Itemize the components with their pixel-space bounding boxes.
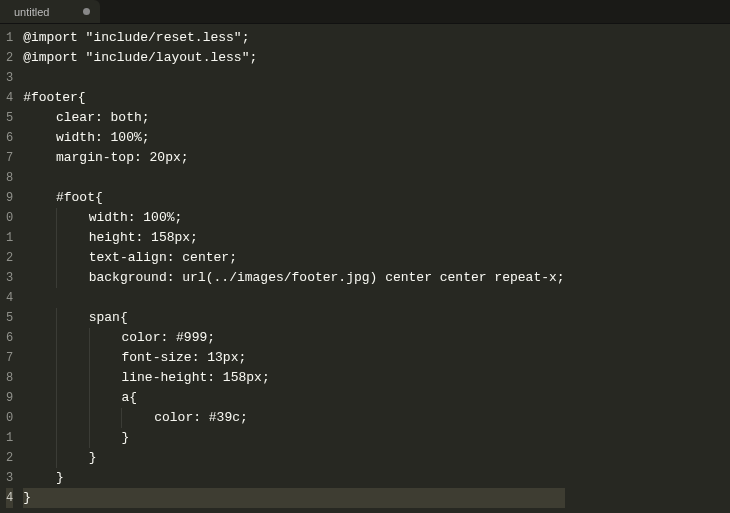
code-line: clear: both; — [23, 108, 564, 128]
line-number: 1 — [6, 428, 13, 448]
line-number: 9 — [6, 188, 13, 208]
line-number: 4 — [6, 288, 13, 308]
line-number: 2 — [6, 448, 13, 468]
dirty-indicator-icon — [83, 8, 90, 15]
code-line: a{ — [23, 388, 564, 408]
line-number: 6 — [6, 328, 13, 348]
code-line: line-height: 158px; — [23, 368, 564, 388]
line-number: 0 — [6, 208, 13, 228]
code-line — [23, 288, 564, 308]
code-line: } — [23, 448, 564, 468]
line-number: 1 — [6, 228, 13, 248]
code-line: } — [23, 468, 564, 488]
line-number: 1 — [6, 28, 13, 48]
code-line — [23, 68, 564, 88]
code-line: span{ — [23, 308, 564, 328]
code-line: } — [23, 428, 564, 448]
line-number: 2 — [6, 48, 13, 68]
line-number: 3 — [6, 268, 13, 288]
line-number: 2 — [6, 248, 13, 268]
line-number: 4 — [6, 488, 13, 508]
line-number: 6 — [6, 128, 13, 148]
code-line: background: url(../images/footer.jpg) ce… — [23, 268, 564, 288]
code-line: } — [23, 488, 564, 508]
editor: 123456789012345678901234 @import "includ… — [0, 24, 730, 513]
line-gutter: 123456789012345678901234 — [0, 24, 23, 513]
tab-title: untitled — [14, 6, 49, 18]
line-number: 7 — [6, 348, 13, 368]
line-number: 3 — [6, 468, 13, 488]
line-number: 3 — [6, 68, 13, 88]
code-line: margin-top: 20px; — [23, 148, 564, 168]
code-line: color: #39c; — [23, 408, 564, 428]
line-number: 9 — [6, 388, 13, 408]
code-line: @import "include/reset.less"; — [23, 28, 564, 48]
code-area[interactable]: @import "include/reset.less";@import "in… — [23, 24, 564, 513]
tab-bar: untitled — [0, 0, 730, 24]
line-number: 0 — [6, 408, 13, 428]
line-number: 5 — [6, 108, 13, 128]
file-tab[interactable]: untitled — [0, 0, 100, 23]
line-number: 4 — [6, 88, 13, 108]
line-number: 7 — [6, 148, 13, 168]
code-line — [23, 168, 564, 188]
code-line: #foot{ — [23, 188, 564, 208]
line-number: 5 — [6, 308, 13, 328]
code-line: font-size: 13px; — [23, 348, 564, 368]
code-line: #footer{ — [23, 88, 564, 108]
code-line: color: #999; — [23, 328, 564, 348]
code-line: width: 100%; — [23, 128, 564, 148]
code-line: width: 100%; — [23, 208, 564, 228]
line-number: 8 — [6, 368, 13, 388]
line-number: 8 — [6, 168, 13, 188]
code-line: @import "include/layout.less"; — [23, 48, 564, 68]
code-line: height: 158px; — [23, 228, 564, 248]
code-line: text-align: center; — [23, 248, 564, 268]
